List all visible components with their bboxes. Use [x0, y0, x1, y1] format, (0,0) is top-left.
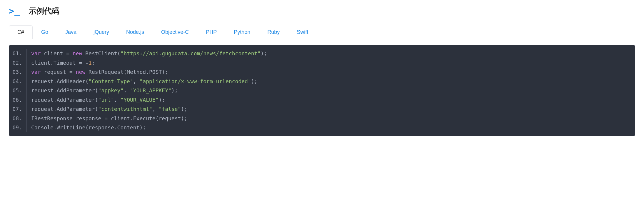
- code-content: var client = new RestClient("https://api…: [26, 49, 267, 58]
- line-number: 01.: [12, 49, 26, 58]
- code-content: Console.WriteLine(response.Content);: [26, 123, 146, 132]
- code-line: 03.var request = new RestRequest(Method.…: [12, 67, 630, 77]
- terminal-prompt-icon: >_: [9, 6, 20, 16]
- code-content: client.Timeout = -1;: [26, 58, 95, 68]
- tab-java[interactable]: Java: [57, 25, 85, 39]
- code-line: 04.request.AddHeader("Content-Type", "ap…: [12, 77, 630, 86]
- line-number: 07.: [12, 104, 26, 114]
- section-header: >_ 示例代码: [9, 6, 635, 16]
- code-line: 06.request.AddParameter("url", "YOUR_VAL…: [12, 95, 630, 105]
- code-content: request.AddParameter("appkey", "YOUR_APP…: [26, 86, 178, 95]
- tab-node-js[interactable]: Node.js: [118, 25, 153, 39]
- code-line: 01.var client = new RestClient("https://…: [12, 49, 630, 58]
- code-content: request.AddParameter("contentwithhtml", …: [26, 104, 187, 114]
- language-tabs: C#GoJavajQueryNode.jsObjective-CPHPPytho…: [9, 25, 635, 39]
- code-line: 07.request.AddParameter("contentwithhtml…: [12, 104, 630, 114]
- section-title: 示例代码: [29, 6, 59, 16]
- line-number: 02.: [12, 58, 26, 68]
- line-number: 03.: [12, 67, 26, 77]
- line-number: 06.: [12, 95, 26, 105]
- code-line: 02.client.Timeout = -1;: [12, 58, 630, 68]
- code-line: 08.IRestResponse response = client.Execu…: [12, 114, 630, 123]
- tab-ruby[interactable]: Ruby: [259, 25, 288, 39]
- tab-jquery[interactable]: jQuery: [85, 25, 118, 39]
- line-number: 09.: [12, 123, 26, 132]
- code-block: 01.var client = new RestClient("https://…: [9, 45, 635, 136]
- code-content: IRestResponse response = client.Execute(…: [26, 114, 187, 123]
- line-number: 05.: [12, 86, 26, 95]
- tab-go[interactable]: Go: [33, 25, 57, 39]
- tab-c-[interactable]: C#: [9, 25, 33, 39]
- tab-swift[interactable]: Swift: [288, 25, 317, 39]
- code-line: 05.request.AddParameter("appkey", "YOUR_…: [12, 86, 630, 95]
- tab-php[interactable]: PHP: [197, 25, 225, 39]
- code-line: 09.Console.WriteLine(response.Content);: [12, 123, 630, 132]
- code-content: request.AddParameter("url", "YOUR_VALUE"…: [26, 95, 165, 105]
- tab-python[interactable]: Python: [225, 25, 259, 39]
- line-number: 04.: [12, 77, 26, 86]
- tab-objective-c[interactable]: Objective-C: [153, 25, 197, 39]
- code-content: var request = new RestRequest(Method.POS…: [26, 67, 168, 77]
- code-content: request.AddHeader("Content-Type", "appli…: [26, 77, 257, 86]
- line-number: 08.: [12, 114, 26, 123]
